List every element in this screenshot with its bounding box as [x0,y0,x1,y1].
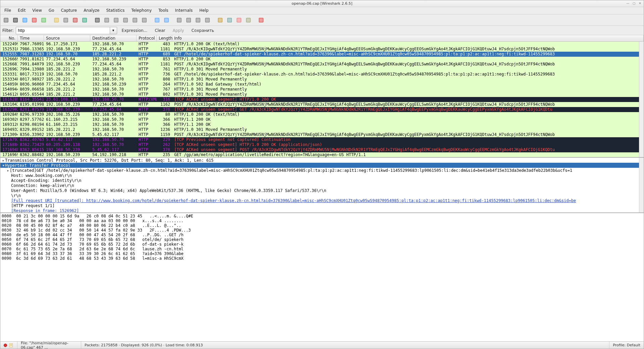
tree-item[interactable]: [Response in frame: 1526962] [0,208,639,212]
expression-button[interactable]: Expression... [119,28,150,33]
prefs-button[interactable] [244,16,253,24]
menu-analyze[interactable]: Analyze [80,7,103,14]
packet-row[interactable]: 17168848362.73429660.205.109.138192.168.… [0,142,639,147]
packet-row[interactable]: 15255577987.312830192.168.50.70185.28.22… [0,52,639,57]
start-capture-button[interactable] [20,16,29,24]
response-frame-link[interactable]: [Response in frame: 1526962] [11,208,79,213]
tree-item[interactable]: [HTTP request 1/1] [0,203,639,208]
go-back-button[interactable] [102,16,111,24]
menu-view[interactable]: View [29,7,45,14]
packet-row[interactable]: 15409448039.066580185.28.221.2192.168.50… [0,87,639,92]
status-expert[interactable] [0,342,17,349]
tree-item[interactable]: ▸[truncated]GET /hotel/de/spiekerhof-dat… [0,168,639,173]
filter-dropdown-button[interactable]: ▾ [110,27,117,34]
save-file-button[interactable] [61,16,70,24]
packet-row[interactable]: 15224997967.76091896.17.250.171192.168.5… [0,42,639,47]
packet-row[interactable]: 16931208298.08194661.160.23.215192.168.5… [0,122,639,127]
packet-row[interactable]: 16310438195.019988192.168.50.23977.234.4… [0,102,639,107]
menu-capture[interactable]: Capture [57,7,80,14]
maximize-button[interactable]: ▢ [631,1,637,6]
go-forward-button[interactable] [112,16,120,24]
minimize-button[interactable]: — [625,1,631,6]
tree-item[interactable]: [Full request URI [truncated]: http://ww… [0,198,639,203]
options-button[interactable] [11,16,20,24]
go-last-button[interactable] [140,16,149,24]
tree-item[interactable]: Connection: keep-alive\r\n [0,183,639,188]
find-button[interactable] [93,16,102,24]
packet-row[interactable]: 15405908036.96060277.234.45.64192.168.50… [0,82,639,87]
packet-list-scrollbar[interactable] [639,42,644,158]
column-header-time[interactable]: Time [18,35,44,41]
packet-bytes-pane[interactable]: 0000 00 21 3c 00 00 00 15 6d 9a 26 c0 08… [0,213,644,341]
menu-edit[interactable]: Edit [14,7,29,14]
packet-row[interactable]: 16329028201.075798192.168.50.23977.234.4… [0,107,639,112]
capture-filters-button[interactable] [216,16,225,24]
column-header-destination[interactable]: Destination [90,35,137,41]
packet-row[interactable]: 15266697991.81621877.234.45.64192.168.50… [0,57,639,62]
menu-tools[interactable]: Tools [155,7,172,14]
packet-row[interactable]: 17169488362.856150192.168.50.2395.45.62.… [0,147,639,152]
resize-cols-button[interactable] [203,16,212,24]
status-profile[interactable]: Profile: Default [609,342,644,349]
packet-row[interactable]: 17130948356.339028192.168.50.2395.45.62.… [0,132,639,137]
tree-item[interactable]: \r\n [0,193,639,198]
column-header-source[interactable]: Source [44,35,90,41]
go-first-button[interactable] [131,16,139,24]
tree-item[interactable]: Host: www.booking.com\r\n [0,173,639,178]
zoom-in-button[interactable] [175,16,184,24]
tree-item[interactable]: ▸Transmission Control Protocol, Src Port… [0,158,639,163]
window-title: openap-06.cap [Wireshark 2.6.5] [292,1,352,6]
display-filters-button[interactable] [225,16,234,24]
close-file-button[interactable] [71,16,80,24]
go-to-button[interactable] [121,16,130,24]
cell: 5.45.62.117 [44,137,90,142]
tree-item[interactable]: Accept-Encoding: identity\r\n [0,178,639,183]
column-header-protocol[interactable]: Protocol [137,35,157,41]
column-header-no[interactable]: No. [0,35,18,41]
close-button[interactable]: ✕ [637,1,643,6]
apply-button[interactable]: Apply [170,28,187,33]
colorize-button[interactable] [153,16,161,24]
packet-list-body[interactable]: 15224997967.76091896.17.250.171192.168.5… [0,42,639,158]
restart-capture-button[interactable] [39,16,48,24]
packet-row[interactable]: 17169698362.884822192.168.50.23954.192.1… [0,152,639,157]
bytes-line: 0070 6c 61 75 73 65 2e 7a 68 2d 63 6e 2e… [2,247,642,251]
packet-row[interactable]: 15266817991.840790192.168.50.23977.234.4… [0,62,639,67]
auto-scroll-button[interactable] [162,16,171,24]
tree-item-selected[interactable]: ▾Hypertext Transfer Protocol [0,163,639,168]
packet-row[interactable]: 16949328329.091522185.28.221.2192.168.50… [0,127,639,132]
save-filter-button[interactable]: Сохранить [189,28,217,33]
menu-help[interactable]: Help [196,7,212,14]
filter-input[interactable] [16,27,110,34]
packet-row[interactable]: 16930208297.57762461.160.23.215192.168.5… [0,117,639,122]
open-file-button[interactable] [52,16,61,24]
tree-item[interactable]: User-Agent: Mozilla/5.0 (Windows NT 6.3;… [0,188,639,193]
zoom-reset-button[interactable] [194,16,202,24]
packet-row[interactable]: 16928498296.973396202.108.35.226192.168.… [0,112,639,117]
column-header-info[interactable]: Info [172,35,644,41]
packet-row[interactable]: 15253187986.133650192.168.50.23977.234.4… [0,47,639,52]
packet-row[interactable]: 16162898164.35541623.61.108.103192.168.5… [0,97,639,102]
packet-row[interactable]: 15461288055.655448185.28.221.2192.168.50… [0,92,639,97]
interfaces-button[interactable] [2,16,10,24]
packet-row[interactable]: 15333118017.731198192.168.50.70185.28.22… [0,72,639,77]
menu-telephony[interactable]: Telephony [128,7,155,14]
column-header-length[interactable]: Length [157,35,172,41]
details-scrollbar[interactable] [639,158,644,212]
reload-button[interactable] [80,16,89,24]
full-uri-link[interactable]: [Full request URI [truncated]: http://ww… [11,198,576,203]
details-tree[interactable]: ▸Transmission Control Protocol, Src Port… [0,158,639,212]
menu-statistics[interactable]: Statistics [103,7,128,14]
stop-capture-button[interactable] [30,16,39,24]
coloring-rules-button[interactable] [235,16,243,24]
zoom-out-button[interactable] [184,16,193,24]
menu-internals[interactable]: Internals [172,7,196,14]
help-button[interactable] [257,16,265,24]
packet-row[interactable]: 15269627994.139802185.28.221.2192.168.50… [0,67,639,72]
clear-button[interactable]: Clear [152,28,168,33]
packet-row[interactable]: 15333488017.989270185.28.221.2192.168.50… [0,77,639,82]
cell: HTTP [137,152,157,157]
menu-go[interactable]: Go [45,7,58,14]
menu-file[interactable]: File [1,7,14,14]
packet-row[interactable]: 17167938362.4076385.45.62.117192.168.50.… [0,137,639,142]
